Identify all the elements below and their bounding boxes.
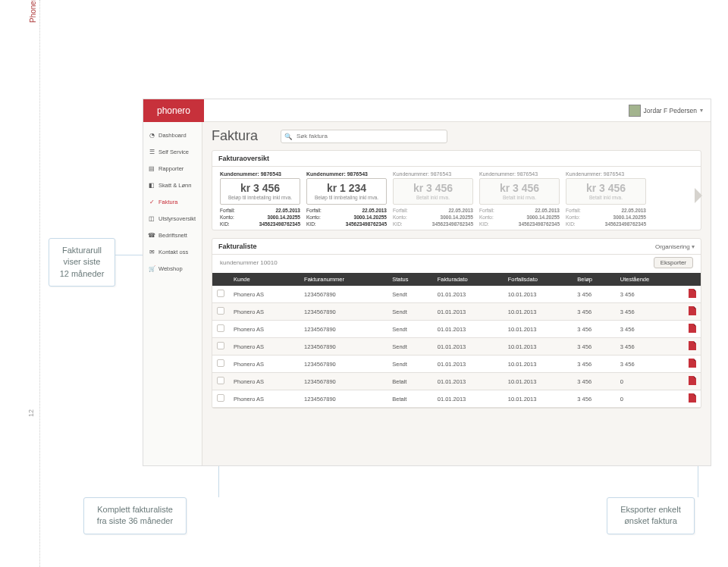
invoice-card[interactable]: Kundenummer: 9876543kr 3 456Betalt inkl …: [566, 171, 646, 227]
table-row[interactable]: Phonero AS1234567890Betalt01.01.201310.0…: [212, 373, 701, 390]
pdf-icon[interactable]: [689, 341, 696, 350]
card-konto: Konto:3000.14.20255: [566, 215, 646, 220]
page-title: Faktura: [212, 128, 258, 144]
card-forfall: Forfall:22.05.2013: [306, 208, 387, 213]
export-button[interactable]: Eksporter: [654, 257, 693, 268]
nav-webshop[interactable]: 🛒Webshop: [143, 260, 202, 277]
row-checkbox[interactable]: [217, 290, 224, 297]
row-checkbox[interactable]: [217, 324, 224, 332]
nav-skatt[interactable]: ◧Skatt & Lønn: [143, 177, 202, 193]
row-checkbox[interactable]: [217, 307, 224, 315]
nav-label: Utstyrsoversikt: [158, 215, 196, 222]
chevron-down-icon: ▾: [692, 243, 695, 250]
table-row[interactable]: Phonero AS1234567890Sendt01.01.201310.01…: [212, 303, 701, 321]
nav-faktura[interactable]: ✓Faktura: [143, 193, 202, 210]
card-konto: Konto:3000.14.20255: [479, 215, 560, 220]
card-subtext: Beløp til innbetaling inkl mva.: [309, 195, 384, 200]
card-amount: kr 3 456: [395, 182, 471, 194]
col-status: Status: [388, 273, 433, 286]
cell-status: Betalt: [388, 390, 433, 408]
pdf-icon[interactable]: [689, 306, 696, 315]
nav-rapporter[interactable]: ▤Rapporter: [143, 160, 202, 177]
panel-fakturaoversikt: Fakturaoversikt Kundenummer: 9876543kr 3…: [212, 150, 701, 230]
pdf-icon[interactable]: [689, 393, 696, 403]
card-customerno: Kundenummer: 9876543: [393, 171, 473, 177]
card-customerno: Kundenummer: 9876543: [220, 171, 300, 177]
sidebar: ◔Dashboard ☰Self Service ▤Rapporter ◧Ska…: [143, 122, 202, 465]
card-subtext: Betalt inkl mva.: [568, 195, 644, 200]
cell-status: Sendt: [388, 356, 433, 373]
callout-eksporter: Eksporter enkelt ønsket faktura: [607, 497, 695, 534]
col-kunde: Kunde: [229, 273, 300, 286]
col-nr: Fakturanummer: [300, 273, 388, 286]
nav-kontakt[interactable]: ✉Kontakt oss: [143, 243, 202, 260]
cell-forfall: 10.01.2013: [504, 321, 573, 338]
sub-label: kundenummer 10010: [220, 259, 278, 266]
table-row[interactable]: Phonero AS1234567890Sendt01.01.201310.01…: [212, 356, 701, 373]
cell-status: Sendt: [388, 338, 433, 356]
callout-text: viser siste: [64, 257, 101, 266]
cell-nr: 1234567890: [300, 338, 388, 356]
cell-kunde: Phonero AS: [229, 303, 300, 321]
col-forfall: Forfallsdato: [504, 273, 573, 286]
card-forfall: Forfall:22.05.2013: [566, 208, 646, 213]
table-row[interactable]: Phonero AS1234567890Sendt01.01.201310.01…: [212, 321, 701, 338]
network-icon: ☎: [148, 231, 155, 239]
row-checkbox[interactable]: [217, 377, 224, 384]
cell-status: Sendt: [388, 321, 433, 338]
pdf-icon[interactable]: [689, 324, 696, 333]
nav-label: Faktura: [158, 199, 177, 205]
callout-text: Komplett fakturaliste: [97, 505, 173, 514]
table-row[interactable]: Phonero AS1234567890Sendt01.01.201310.01…: [212, 338, 701, 356]
card-kid: KID:345623498762345: [220, 221, 300, 227]
topbar: phonero Jordar F Pedersen ▾: [143, 99, 711, 122]
card-kid: KID:345623498762345: [306, 221, 387, 227]
card-forfall: Forfall:22.05.2013: [479, 208, 560, 213]
table-row[interactable]: Phonero AS1234567890Sendt01.01.201310.01…: [212, 286, 701, 303]
pdf-icon[interactable]: [689, 359, 696, 368]
search-box[interactable]: 🔍: [281, 130, 447, 143]
organisering-dropdown[interactable]: Organisering ▾: [655, 243, 695, 250]
cell-nr: 1234567890: [300, 303, 388, 321]
cell-nr: 1234567890: [300, 373, 388, 390]
table-row[interactable]: Phonero AS1234567890Betalt01.01.201310.0…: [212, 390, 701, 408]
card-box: kr 3 456Betalt inkl mva.: [393, 178, 473, 205]
chevron-right-icon[interactable]: [695, 188, 702, 203]
nav-selfservice[interactable]: ☰Self Service: [143, 143, 202, 160]
search-input[interactable]: [295, 132, 444, 140]
callout-text: fra siste 36 måneder: [97, 516, 173, 525]
invoice-card[interactable]: Kundenummer: 9876543kr 3 456Betalt inkl …: [479, 171, 560, 227]
invoice-card[interactable]: Kundenummer: 9876543kr 3 456Betalt inkl …: [393, 171, 473, 227]
pdf-icon[interactable]: [689, 289, 696, 298]
cell-belop: 3 456: [573, 321, 616, 338]
cell-dato: 01.01.2013: [433, 338, 504, 356]
nav-label: Rapporter: [158, 165, 184, 172]
row-checkbox[interactable]: [217, 359, 224, 367]
cell-dato: 01.01.2013: [433, 303, 504, 321]
cell-utest: 3 456: [616, 338, 684, 356]
cell-dato: 01.01.2013: [433, 390, 504, 408]
cell-forfall: 10.01.2013: [504, 338, 573, 356]
card-forfall: Forfall:22.05.2013: [393, 208, 473, 213]
person-icon: ☰: [148, 148, 155, 155]
pdf-icon[interactable]: [689, 376, 696, 385]
invoice-card[interactable]: Kundenummer: 9876543kr 1 234Beløp til in…: [306, 171, 387, 227]
cell-nr: 1234567890: [300, 356, 388, 373]
invoice-card[interactable]: Kundenummer: 9876543kr 3 456Beløp til in…: [220, 171, 300, 227]
user-menu[interactable]: Jordar F Pedersen ▾: [629, 105, 703, 117]
cell-utest: 3 456: [616, 286, 684, 303]
row-checkbox[interactable]: [217, 342, 224, 349]
nav-dashboard[interactable]: ◔Dashboard: [143, 127, 202, 143]
nav-utstyr[interactable]: ◫Utstyrsoversikt: [143, 210, 202, 227]
cell-forfall: 10.01.2013: [504, 286, 573, 303]
label: Organisering: [655, 243, 690, 250]
cell-forfall: 10.01.2013: [504, 356, 573, 373]
nav-bedriftsnett[interactable]: ☎Bedriftsnett: [143, 227, 202, 243]
cell-kunde: Phonero AS: [229, 356, 300, 373]
invoice-table: Kunde Fakturanummer Status Fakturadato F…: [212, 273, 701, 408]
card-kid: KID:345623498762345: [393, 221, 473, 227]
row-checkbox[interactable]: [217, 394, 224, 402]
logo[interactable]: phonero: [143, 99, 204, 122]
callout-text: Fakturarull: [62, 246, 102, 255]
card-subtext: Betalt inkl mva.: [482, 195, 557, 200]
